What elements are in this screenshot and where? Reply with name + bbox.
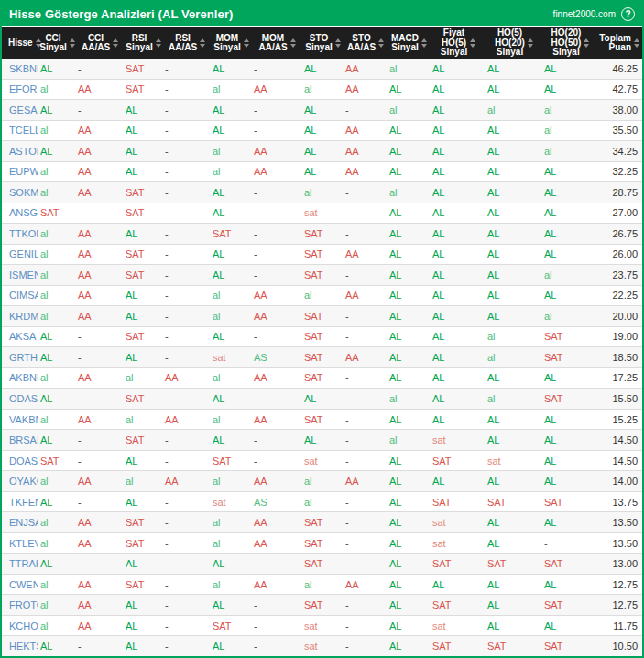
ticker-cell[interactable]: TTKOM bbox=[2, 228, 38, 239]
site-link[interactable]: finnet2000.com bbox=[553, 9, 616, 19]
signal-cell: - bbox=[344, 104, 387, 115]
ticker-cell[interactable]: SOKM bbox=[2, 187, 38, 198]
signal-cell: AL bbox=[387, 455, 431, 466]
signal-cell: AL bbox=[124, 311, 163, 322]
ticker-cell[interactable]: ANSGR bbox=[2, 207, 38, 218]
signal-cell: AL bbox=[302, 393, 344, 404]
ticker-cell[interactable]: GESAN bbox=[2, 104, 38, 115]
signal-cell: AL bbox=[431, 166, 486, 177]
signal-cell: AL bbox=[431, 228, 486, 239]
signal-cell: al bbox=[124, 476, 163, 487]
help-icon[interactable]: ? bbox=[621, 7, 635, 21]
column-header-sto-aaas[interactable]: STOAA/AS bbox=[344, 27, 387, 59]
ticker-cell[interactable]: KCHOL bbox=[2, 620, 38, 631]
ticker-cell[interactable]: OYAKC bbox=[2, 476, 38, 487]
column-header-label: CCIAA/AS bbox=[82, 34, 110, 53]
signal-cell: AL bbox=[387, 558, 431, 569]
ticker-cell[interactable]: TTRAK bbox=[2, 558, 38, 569]
score-cell: 38.00 bbox=[598, 104, 642, 115]
ticker-cell[interactable]: SKBNK bbox=[2, 63, 38, 74]
title-bar-right: finnet2000.com ? bbox=[553, 7, 635, 21]
ticker-cell[interactable]: HEKTS bbox=[2, 641, 38, 652]
signal-cell: - bbox=[76, 207, 124, 218]
score-cell: 12.75 bbox=[598, 599, 642, 610]
signal-cell: - bbox=[163, 166, 211, 177]
score-cell: 13.00 bbox=[598, 558, 642, 569]
table-row: ENJSAalAASAT-alAASAT-ALsatALAL13.50 bbox=[2, 511, 642, 532]
ticker-cell[interactable]: BRSAN bbox=[2, 434, 38, 445]
column-header-label: HO(20)HO(50)Sinyal bbox=[551, 28, 582, 58]
ticker-cell[interactable]: CIMSA bbox=[2, 290, 38, 301]
signal-cell: AL bbox=[387, 517, 431, 528]
signal-cell: AL bbox=[486, 83, 542, 94]
ticker-cell[interactable]: TCELL bbox=[2, 125, 38, 136]
signal-cell: - bbox=[76, 455, 124, 466]
sort-icon bbox=[584, 38, 589, 48]
signal-cell: SAT bbox=[124, 248, 163, 259]
signal-cell: AL bbox=[387, 352, 431, 363]
signal-cell: AL bbox=[431, 414, 486, 425]
signal-cell: - bbox=[344, 228, 387, 239]
table-header: HisseCCISinyalCCIAA/ASRSISinyalRSIAA/ASM… bbox=[2, 27, 642, 59]
column-header-sto-sinyal[interactable]: STOSinyal bbox=[302, 27, 344, 59]
ticker-cell[interactable]: ISMEN bbox=[2, 269, 38, 280]
ticker-cell[interactable]: KTLEV bbox=[2, 538, 38, 549]
signal-cell: al bbox=[211, 311, 252, 322]
column-header-label: RSISinyal bbox=[126, 34, 152, 53]
ticker-cell[interactable]: GENIL bbox=[2, 248, 38, 259]
column-header-macd-sinyal[interactable]: MACDSinyal bbox=[387, 27, 431, 59]
score-cell: 27.00 bbox=[598, 207, 642, 218]
column-header-toplam-puan[interactable]: ToplamPuan bbox=[598, 27, 642, 59]
column-header-ho5-ho20-sinyal[interactable]: HO(5)HO(20)Sinyal bbox=[486, 27, 542, 59]
column-header-fiyat-ho5-sinyal[interactable]: FiyatHO(5)Sinyal bbox=[431, 27, 486, 59]
signal-cell: al bbox=[38, 311, 76, 322]
ticker-cell[interactable]: AKBNK bbox=[2, 372, 38, 383]
ticker-cell[interactable]: VAKBN bbox=[2, 414, 38, 425]
column-header-rsi-sinyal[interactable]: RSISinyal bbox=[124, 27, 163, 59]
signal-cell: al bbox=[38, 476, 76, 487]
ticker-cell[interactable]: CWENE bbox=[2, 579, 38, 590]
signal-cell: AL bbox=[542, 434, 598, 445]
score-cell: 26.00 bbox=[598, 248, 642, 259]
column-header-mom-sinyal[interactable]: MOMSinyal bbox=[211, 27, 252, 59]
table-body: SKBNKAL-SAT-AL-ALAAalALALAL46.25EFORalAA… bbox=[2, 59, 642, 656]
signal-cell: sat bbox=[431, 434, 486, 445]
ticker-cell[interactable]: FROTO bbox=[2, 599, 38, 610]
signal-cell: SAT bbox=[302, 538, 344, 549]
signal-cell: AL bbox=[387, 620, 431, 631]
signal-cell: - bbox=[163, 641, 211, 652]
signal-cell: AL bbox=[124, 455, 163, 466]
signal-cell: - bbox=[163, 538, 211, 549]
signal-cell: SAT bbox=[211, 228, 252, 239]
ticker-cell[interactable]: AKSA bbox=[2, 331, 38, 342]
signal-cell: al bbox=[38, 372, 76, 383]
ticker-cell[interactable]: ASTOR bbox=[2, 146, 38, 157]
column-header-ho20-ho50-sinyal[interactable]: HO(20)HO(50)Sinyal bbox=[542, 27, 598, 59]
signal-cell: AL bbox=[431, 311, 486, 322]
signal-cell: SAT bbox=[124, 517, 163, 528]
signal-cell: al bbox=[211, 414, 252, 425]
column-header-rsi-aaas[interactable]: RSIAA/AS bbox=[163, 27, 211, 59]
ticker-cell[interactable]: ENJSA bbox=[2, 517, 38, 528]
column-header-cci-aaas[interactable]: CCIAA/AS bbox=[76, 27, 124, 59]
table-row: BRSANAL-SAT-AL-AL-alsatALAL14.50 bbox=[2, 429, 642, 450]
column-header-hisse[interactable]: Hisse bbox=[2, 27, 38, 59]
ticker-cell[interactable]: KRDMD bbox=[2, 311, 38, 322]
ticker-cell[interactable]: EUPWR bbox=[2, 166, 38, 177]
column-header-cci-sinyal[interactable]: CCISinyal bbox=[38, 27, 76, 59]
signal-cell: - bbox=[76, 558, 124, 569]
table-row: TCELLalAAAL-AL-ALAAALALALal35.50 bbox=[2, 120, 642, 141]
signal-cell: al bbox=[211, 579, 252, 590]
signal-cell: AL bbox=[302, 63, 344, 74]
ticker-cell[interactable]: GRTHO bbox=[2, 352, 38, 363]
ticker-cell[interactable]: TKFEN bbox=[2, 497, 38, 508]
column-header-mom-aaas[interactable]: MOMAA/AS bbox=[252, 27, 302, 59]
ticker-cell[interactable]: EFOR bbox=[2, 83, 38, 94]
signal-cell: al bbox=[211, 146, 252, 157]
ticker-cell[interactable]: ODAS bbox=[2, 393, 38, 404]
signal-cell: - bbox=[163, 104, 211, 115]
signal-cell: al bbox=[486, 104, 542, 115]
signal-cell: SAT bbox=[542, 352, 598, 363]
ticker-cell[interactable]: DOAS bbox=[2, 455, 38, 466]
table-row: GENILalAASAT-AL-SATAAALALALAL26.00 bbox=[2, 244, 642, 265]
